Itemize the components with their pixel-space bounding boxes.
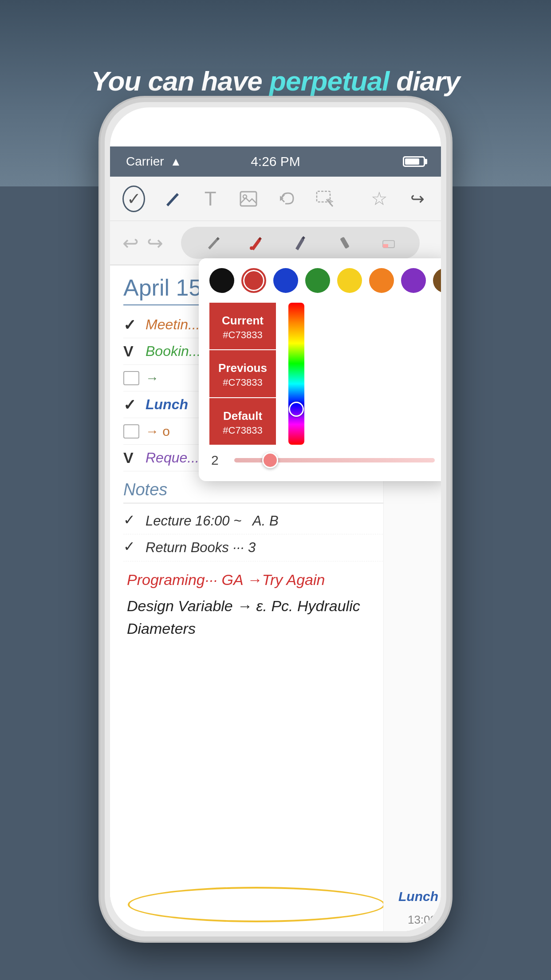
marker-button[interactable]: [332, 230, 357, 255]
note-check-2: ✓: [123, 538, 139, 555]
current-hex: #C73833: [223, 329, 262, 341]
eraser-button[interactable]: [376, 230, 401, 255]
toolbar-row1: ✓ T ☆ ↪: [110, 177, 441, 221]
task-check-3: [123, 371, 139, 385]
fountain-pen-button[interactable]: [288, 230, 313, 255]
task-arrow-1: →: [146, 371, 159, 386]
default-label: Default: [223, 409, 262, 423]
status-right: [300, 156, 425, 167]
swatch-blue[interactable]: [273, 268, 298, 293]
previous-hex: #C73833: [223, 377, 262, 388]
undo-button[interactable]: ↩: [122, 232, 139, 254]
color-swatches-row: [199, 258, 441, 303]
pen-tool[interactable]: [161, 186, 183, 212]
swatch-black[interactable]: [209, 268, 234, 293]
current-label: Current: [222, 314, 264, 328]
share-tool[interactable]: ↪: [406, 186, 429, 212]
phone-frame: Carrier ▲ 4:26 PM ✓ T: [100, 98, 451, 941]
note-check-1: ✓: [123, 511, 139, 528]
red-pen-button[interactable]: [244, 230, 268, 255]
task-check-5: [123, 424, 139, 439]
task-check-1: ✓: [123, 316, 139, 334]
picker-body: Current #C73833 Previous #C73833 Default…: [199, 303, 441, 445]
svg-rect-6: [383, 244, 388, 248]
status-time: 4:26 PM: [251, 154, 300, 169]
oval-highlight: [128, 887, 385, 922]
svg-rect-0: [240, 192, 256, 206]
note-row: ✓ Lecture 16:00 ~ A. B: [123, 508, 390, 534]
color-picker-popup: Current #C73833 Previous #C73833 Default…: [199, 258, 441, 481]
swatch-brown[interactable]: [433, 268, 441, 293]
swatch-purple[interactable]: [401, 268, 426, 293]
freehand-line-2: Design Variable → ε. Pc. Hydraulic Diame…: [127, 595, 386, 640]
undo-redo-group: ↩ ↪: [122, 232, 163, 254]
pencil-button[interactable]: [200, 230, 224, 255]
previous-label-block: Previous #C73833: [209, 350, 276, 397]
note-text-2: Return Books ··· 3: [146, 538, 256, 557]
notes-section: Notes ✓ Lecture 16:00 ~ A. B ✓ Return Bo…: [123, 480, 390, 561]
current-label-block: Current #C73833: [209, 303, 276, 349]
task-text-6: Reque...: [146, 450, 199, 466]
undo-draw-tool[interactable]: [276, 186, 298, 212]
hue-bar[interactable]: [288, 303, 304, 445]
lunch-sidebar-label: Lunch: [398, 889, 438, 905]
carrier-area: Carrier ▲: [126, 154, 251, 169]
wifi-icon: ▲: [170, 155, 182, 169]
task-check-2: V: [123, 343, 139, 360]
banner-line1: You can have perpetual diary: [91, 65, 460, 98]
picker-labels: Current #C73833 Previous #C73833 Default…: [209, 303, 276, 445]
freehand-line-1: Programing··· GA →Try Again: [127, 569, 386, 591]
stroke-size-value: 2: [211, 453, 225, 468]
svg-rect-4: [340, 237, 350, 249]
stroke-slider[interactable]: [234, 458, 435, 462]
previous-label: Previous: [218, 361, 267, 375]
swatch-red[interactable]: [241, 268, 266, 293]
note-row: ✓ Return Books ··· 3: [123, 534, 390, 561]
task-check-4: ✓: [123, 396, 139, 414]
stroke-slider-thumb[interactable]: [262, 452, 278, 468]
freehand-notes: Programing··· GA →Try Again Design Varia…: [123, 569, 390, 640]
battery-icon: [403, 156, 425, 167]
task-check-6: V: [123, 449, 139, 466]
checkmark-tool[interactable]: ✓: [122, 186, 145, 212]
task-arrow-2: → o: [146, 424, 170, 439]
swatch-orange[interactable]: [369, 268, 394, 293]
notes-heading: Notes: [123, 480, 390, 503]
text-tool[interactable]: T: [199, 186, 221, 212]
stroke-slider-row: 2: [199, 445, 441, 468]
hue-handle[interactable]: [289, 402, 304, 417]
default-label-block: Default #C73833: [209, 398, 276, 445]
svg-point-3: [250, 246, 253, 250]
pen-selector: [181, 227, 420, 259]
phone-screen: Carrier ▲ 4:26 PM ✓ T: [110, 107, 441, 931]
swatch-yellow[interactable]: [337, 268, 362, 293]
task-text-lunch: Lunch: [146, 396, 188, 413]
select-tool[interactable]: [314, 186, 336, 212]
carrier-label: Carrier: [126, 154, 164, 169]
swatch-green[interactable]: [305, 268, 330, 293]
task-text-2: Bookin...: [146, 343, 201, 360]
task-text-1: Meetin...: [146, 316, 200, 333]
status-bar: Carrier ▲ 4:26 PM: [110, 146, 441, 177]
redo-button[interactable]: ↪: [147, 232, 163, 254]
time-1300: 13:00: [408, 913, 437, 927]
image-tool[interactable]: [237, 186, 260, 212]
default-hex: #C73833: [223, 425, 262, 436]
star-tool[interactable]: ☆: [368, 186, 390, 212]
note-text-1: Lecture 16:00 ~ A. B: [146, 511, 279, 530]
